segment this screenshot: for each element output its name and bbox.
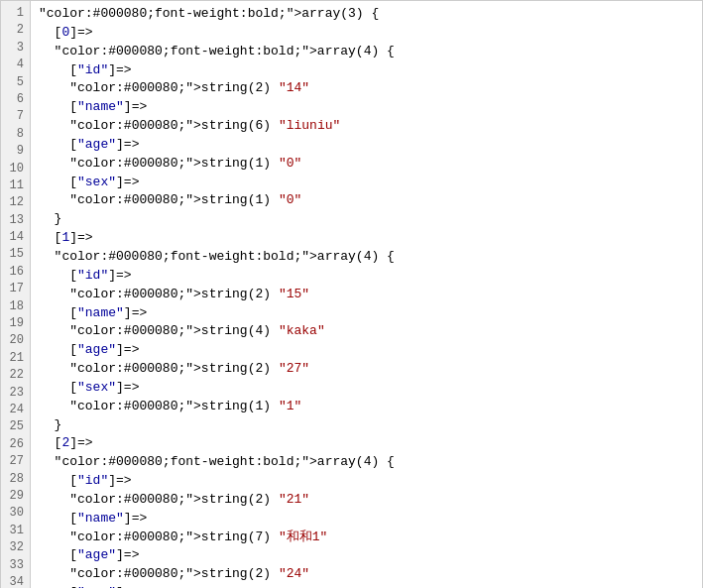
line-number: 6 [1,91,30,108]
code-container: 1234567891011121314151617181920212223242… [0,0,703,588]
code-line: "color:#000080;font-weight:bold;">array(… [39,43,694,61]
line-number: 15 [1,246,30,263]
line-number: 31 [1,523,30,539]
line-number: 5 [1,74,30,91]
line-number: 27 [1,453,30,470]
line-number: 19 [1,315,30,332]
line-number: 20 [1,332,30,349]
line-number: 9 [1,143,30,160]
line-number: 17 [1,281,30,297]
line-number: 26 [1,436,30,453]
code-line: ["id"]=> [39,267,694,286]
code-line: "color:#000080;font-weight:bold;">array(… [39,453,694,472]
code-line: "color:#000080;">string(2) "21" [39,491,694,510]
code-line: "color:#000080;">string(1) "1" [39,398,694,416]
line-number: 8 [1,126,30,143]
line-number: 22 [1,367,30,384]
code-line: } [39,210,694,229]
line-number: 30 [1,505,30,522]
line-number: 24 [1,402,30,418]
code-line: "color:#000080;">string(4) "kaka" [39,322,694,341]
line-number: 11 [1,177,30,194]
code-line: } [39,416,694,435]
line-number: 32 [1,539,30,556]
code-line: "color:#000080;">string(2) "24" [39,565,694,584]
line-number: 23 [1,385,30,402]
code-line: ["name"]=> [39,98,694,117]
code-line: ["name"]=> [39,304,694,323]
code-line: ["age"]=> [39,136,694,155]
line-number: 4 [1,57,30,73]
line-number: 2 [1,22,30,39]
code-line: "color:#000080;">string(2) "15" [39,286,694,304]
line-number: 16 [1,264,30,281]
code-line: "color:#000080;">string(6) "liuniu" [39,117,694,136]
code-line: ["age"]=> [39,546,694,565]
code-line: [1]=> [39,229,694,248]
code-line: ["sex"]=> [39,174,694,192]
line-number: 3 [1,40,30,57]
line-number: 18 [1,298,30,315]
code-line: "color:#000080;">string(7) "和和1" [39,529,694,547]
line-number: 14 [1,229,30,246]
line-number: 10 [1,161,30,177]
line-number: 33 [1,557,30,574]
code-line: "color:#000080;">string(1) "0" [39,155,694,174]
code-line: "color:#000080;">string(2) "14" [39,79,694,98]
line-number: 7 [1,108,30,125]
line-number: 28 [1,471,30,488]
line-number: 29 [1,488,30,505]
code-line: ["sex"]=> [39,379,694,398]
code-line: ["id"]=> [39,472,694,491]
code-line: "color:#000080;font-weight:bold;">array(… [39,5,694,24]
line-numbers: 1234567891011121314151617181920212223242… [1,1,31,588]
line-number: 12 [1,194,30,211]
code-line: "color:#000080;">string(2) "27" [39,360,694,379]
line-number: 13 [1,212,30,229]
code-content[interactable]: "color:#000080;font-weight:bold;">array(… [31,1,702,588]
code-line: [0]=> [39,24,694,43]
line-number: 34 [1,574,30,588]
code-line: ["sex"]=> [39,584,694,588]
line-number: 1 [1,5,30,22]
code-line: "color:#000080;">string(1) "0" [39,191,694,210]
code-line: ["name"]=> [39,510,694,529]
line-number: 21 [1,350,30,367]
line-number: 25 [1,418,30,435]
code-line: ["age"]=> [39,341,694,360]
code-line: "color:#000080;font-weight:bold;">array(… [39,248,694,267]
code-line: ["id"]=> [39,61,694,80]
code-line: [2]=> [39,434,694,453]
